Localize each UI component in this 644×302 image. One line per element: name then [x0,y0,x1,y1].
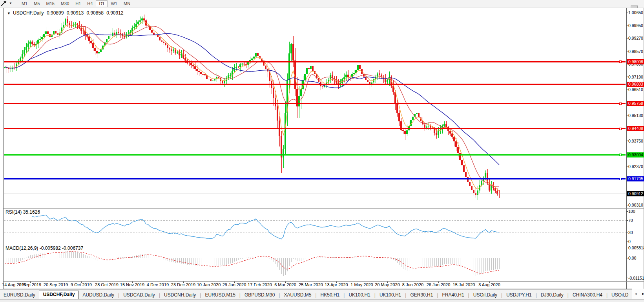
level-price-badge[interactable]: 0.93004 [627,152,644,157]
candle-body [404,131,406,134]
price-tick-label: 0.95130 [628,113,643,118]
chart-tab-usoil-d[interactable]: USOil,D [608,291,632,300]
candle-body [285,113,286,149]
level-line-handle[interactable] [619,61,621,63]
candle-body [196,69,198,71]
chart-tab-uk100-h1[interactable]: UK100,H1 [376,291,405,300]
candle-body [39,39,41,40]
chart-tab-dj30-daily[interactable]: DJ30,Daily [537,291,567,300]
mt4-application: ▼ M1M5M15M30H1H4D1W1MN ▼USDCHF,Daily 0.9… [0,0,644,302]
candle-body [306,68,308,74]
candle-body [239,64,241,67]
candle-body [161,40,162,42]
chart-tab-uk100-h1[interactable]: UK100,H1 [345,291,374,300]
level-price-badge[interactable]: 0.95758 [627,101,644,106]
level-line-handle[interactable] [619,178,621,180]
candle-body [443,124,445,126]
candle-body [398,113,400,121]
candle-body [200,72,202,74]
candle-body [80,28,82,31]
level-price-badge[interactable]: 0.96803 [627,82,644,87]
rsi-scale-label: 70 [628,218,633,223]
current-price-badge: 0.90912 [627,191,644,196]
time-tick-label: 2 Sep 2019 [16,282,44,287]
level-line-handle[interactable] [619,154,621,156]
candle-body [147,26,149,26]
candle-body [347,75,349,77]
level-price-badge[interactable]: 0.91705 [627,176,644,181]
collapse-chart-icon[interactable]: ▼ [7,11,11,15]
candle-body [159,37,161,40]
candle-body [406,130,408,135]
moving-average-mid [5,26,499,187]
candle-body [202,74,204,75]
chart-tab-hk50-h1[interactable]: HK50,H1 [317,291,343,300]
candle-body [108,36,109,39]
candle-body [110,36,111,36]
chart-tab-eurusd-daily[interactable]: EURUSD,Daily [0,291,39,300]
level-price-badge[interactable]: 0.98008 [627,59,644,64]
candle-body [345,75,347,77]
candle-body [43,34,45,37]
time-tick-label: 28 Oct 2019 [93,282,120,287]
level-line-handle[interactable] [619,128,621,130]
ohlc-low: 0.90858 [86,10,103,16]
time-tick-label: 9 Oct 2019 [68,282,95,287]
candle-body [135,24,137,27]
chart-canvas[interactable] [0,0,644,302]
candle-body [212,81,213,81]
candle-body [184,58,186,60]
chart-tab-usdcad-daily[interactable]: USDCAD,Daily [120,291,159,300]
panel-separator-macd[interactable] [4,244,644,244]
candle-body [208,79,210,79]
candle-body [137,22,139,24]
candle-body [33,44,35,45]
candle-body [31,42,33,44]
tabs-scroll-right-icon[interactable]: ► [639,292,644,296]
chart-tab-xauusd-m5[interactable]: XAUUSD,M5 [280,291,315,300]
chart-tab-usoil-daily[interactable]: USOil,Daily [470,291,501,300]
candle-body [451,134,453,137]
candle-body [461,160,463,165]
candle-body [445,124,447,127]
candle-body [477,190,478,195]
candle-body [455,141,457,147]
chart-tab-china300-h4[interactable]: CHINA300,H4 [569,291,606,300]
chart-tab-usdchf-daily[interactable]: USDCHF,Daily [39,291,79,300]
chart-tab-eurusd-m15[interactable]: EURUSD,M15 [201,291,239,300]
chart-tab-audusd-daily[interactable]: AUDUSD,Daily [79,291,118,300]
candle-body [45,31,47,34]
candle-body [22,54,23,58]
chart-tab-gbpusd-m30[interactable]: GBPUSD,M30 [241,291,278,300]
moving-average-slow [5,33,499,165]
candle-body [18,62,19,63]
candle-body [165,43,166,45]
candle-body [133,27,135,28]
candle-body [139,20,141,22]
candle-body [402,130,404,131]
panel-separator-rsi[interactable] [4,208,644,209]
chart-tab-usdcnh-daily[interactable]: USDCNH,Daily [161,291,199,300]
chart-tab-fra40-h1[interactable]: FRA40,H1 [439,291,468,300]
macd-scale-label: -0.011514 [628,276,644,280]
price-tick-label: 0.90310 [628,203,643,207]
candle-body [206,75,208,79]
candle-body [188,63,190,63]
candle-body [485,173,486,178]
level-price-badge[interactable]: 0.94408 [627,126,644,131]
candle-body [90,41,92,43]
candle-body [26,47,27,50]
tabs-scroll-left-icon[interactable]: ◄ [632,292,639,296]
candle-body [173,49,174,51]
candle-body [332,75,333,78]
candle-body [475,193,476,195]
level-line-handle[interactable] [619,102,621,104]
candle-body [353,73,355,74]
candle-body [343,77,345,79]
candle-body [157,35,159,38]
chart-tab-ger30-h1[interactable]: GER30,H1 [407,291,436,300]
candle-body [277,106,278,121]
chart-tab-usdjpy-h1[interactable]: USDJPY,H1 [503,291,535,300]
candle-body [210,79,212,81]
candle-body [253,57,255,58]
